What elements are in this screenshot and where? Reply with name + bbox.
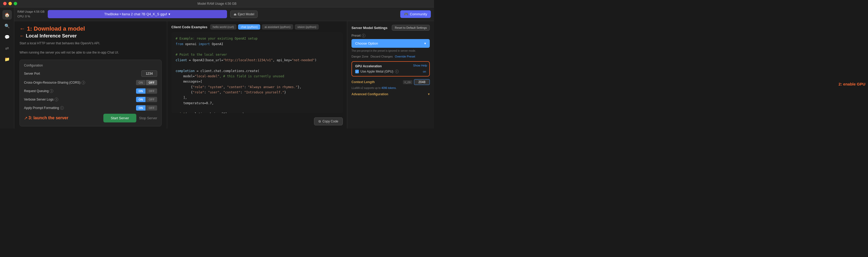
sidebar-icon-chat[interactable]: 💬 (2, 32, 12, 42)
server-port-input[interactable] (141, 70, 157, 77)
model-selector[interactable]: TheBloke • llama 2 chat 7B Q4_K_S gguf ▾ (48, 10, 227, 18)
annotation-launch: 3: launch the server (29, 116, 68, 120)
config-row-cors: Cross-Origin-Resource-Sharing (CORS) ℹ O… (24, 80, 157, 85)
preset-label: Preset (351, 34, 361, 37)
model-name: TheBloke • llama 2 chat 7B Q4_K_S gguf (104, 12, 167, 16)
sidebar-icon-folder[interactable]: 📁 (2, 54, 12, 64)
maximize-button[interactable] (14, 2, 17, 5)
queuing-off-toggle[interactable]: OFF (146, 88, 157, 94)
copy-code-button[interactable]: ⧉ Copy Code (314, 117, 343, 125)
prompt-label: Apply Prompt Formatting ℹ (24, 106, 64, 110)
settings-title: Server Model Settings (351, 26, 388, 30)
tab-hello-world[interactable]: hello world (curl) (210, 24, 237, 30)
cors-on-toggle[interactable]: ON (136, 80, 146, 85)
advanced-config-row[interactable]: Advanced Configuration ▾ (351, 92, 430, 96)
discord-icon: 🎮 (404, 12, 408, 16)
community-label: Community (410, 12, 427, 16)
queuing-label: Request Queuing ℹ (24, 89, 53, 93)
annotation-download: ← 1: Download a model (20, 25, 162, 32)
right-panel: Server Model Settings Reset to Default S… (347, 21, 434, 128)
center-panel: Client Code Examples hello world (curl) … (167, 21, 347, 128)
cors-off-toggle[interactable]: OFF (146, 80, 157, 85)
danger-zone-button[interactable]: Danger Zone (351, 55, 368, 58)
context-note: LLaMA v2 supports up to 4096 tokens. (351, 87, 430, 89)
apple-metal-label: Use Apple Metal (GPU) (361, 70, 393, 73)
cors-label: Cross-Origin-Resource-Sharing (CORS) ℹ (24, 81, 85, 84)
tab-vision[interactable]: vision (python) (295, 24, 319, 30)
config-row-verbose: Verbose Server Logs ℹ ON OFF (24, 97, 157, 102)
advanced-config-label: Advanced Configuration (351, 92, 388, 96)
prompt-info-icon[interactable]: ℹ (60, 106, 64, 110)
close-button[interactable] (3, 2, 7, 5)
minimize-button[interactable] (8, 2, 12, 5)
config-box: Configuration Server Port Cross-Origin-R… (20, 60, 162, 126)
context-length-input[interactable] (414, 79, 430, 85)
queuing-info-icon[interactable]: ℹ (50, 89, 53, 93)
choose-option-button[interactable]: Choose Option ▾ (351, 39, 430, 48)
gpu-info-icon[interactable]: ℹ (395, 70, 399, 73)
stop-server-button[interactable]: Stop Server (139, 116, 157, 120)
verbose-label: Verbose Server Logs ℹ (24, 97, 58, 101)
title-text: Model RAM Usage 4.56 GB (197, 2, 237, 5)
gpu-section: GPU Acceleration Show Help ✓ Use Apple M… (351, 61, 430, 77)
discard-changes-button[interactable]: Discard Changes (370, 55, 393, 58)
prompt-off-toggle[interactable]: OFF (146, 105, 157, 111)
start-server-button[interactable]: Start Server (103, 114, 136, 122)
preset-note: The pre-prompt in the preset is ignored … (351, 49, 430, 52)
eject-label: Eject Model (238, 12, 254, 16)
sidebar: 🏠 🔍 💬 ⇄ 📁 (0, 7, 14, 128)
ram-value: 4.56 GB (34, 10, 44, 13)
tab-ai-assistant[interactable]: ai assistant (python) (262, 24, 293, 30)
chevron-down-icon-adv: ▾ (428, 92, 430, 96)
queuing-on-toggle[interactable]: ON (136, 88, 146, 94)
copy-icon: ⧉ (318, 119, 321, 123)
title-bar: Model RAM Usage 4.56 GB (0, 0, 434, 7)
page-desc2: When running the server you will not be … (20, 50, 162, 55)
preset-info-icon[interactable]: ℹ (362, 34, 366, 37)
sidebar-icon-sync[interactable]: ⇄ (2, 43, 12, 53)
cors-info-icon[interactable]: ℹ (82, 81, 85, 84)
code-examples-title: Client Code Examples (172, 25, 208, 29)
chevron-down-icon: ▾ (168, 12, 170, 16)
ram-label: RAM Usage (18, 10, 33, 13)
choose-option-label: Choose Option (355, 41, 378, 46)
gpu-on-status: on (423, 70, 426, 73)
chevron-down-icon: ▾ (424, 41, 426, 46)
eject-button[interactable]: ⏏ Eject Model (230, 10, 258, 18)
copy-label: Copy Code (322, 119, 338, 123)
context-length-label: Context Length (351, 80, 375, 84)
eject-icon: ⏏ (234, 12, 237, 16)
show-help-button[interactable]: Show Help (413, 64, 427, 67)
tab-chat-python[interactable]: chat (python) (238, 24, 260, 30)
verbose-on-toggle[interactable]: ON (136, 97, 146, 102)
server-port-label: Server Port (24, 72, 40, 76)
sidebar-icon-search[interactable]: 🔍 (2, 21, 12, 31)
override-preset-button[interactable]: Override Preset (395, 55, 415, 58)
header-bar: RAM Usage 4.56 GB CPU: 0 % TheBloke • ll… (14, 7, 434, 21)
page-title: ← Local Inference Server (20, 33, 162, 39)
reset-settings-button[interactable]: Reset to Default Settings (392, 25, 430, 31)
verbose-info-icon[interactable]: ℹ (55, 97, 58, 101)
community-button[interactable]: 🎮 Community (400, 10, 431, 18)
cpu-value: 0 % (25, 15, 30, 18)
apple-metal-checkbox[interactable]: ✓ (355, 70, 359, 73)
code-area: # Example: reuse your existing OpenAI se… (172, 32, 343, 113)
context-section: Context Length n_ctx LLaMA v2 supports u… (351, 79, 430, 89)
sidebar-icon-home[interactable]: 🏠 (2, 10, 12, 20)
page-desc1: Start a local HTTP server that behaves l… (20, 41, 162, 46)
verbose-off-toggle[interactable]: OFF (146, 97, 157, 102)
config-title: Configuration (24, 64, 157, 67)
ram-info: RAM Usage 4.56 GB CPU: 0 % (18, 9, 44, 19)
n-ctx-label: n_ctx (403, 80, 412, 84)
config-row-port: Server Port (24, 70, 157, 77)
prompt-on-toggle[interactable]: ON (136, 105, 146, 111)
cpu-label: CPU: (18, 15, 24, 18)
config-row-queuing: Request Queuing ℹ ON OFF (24, 88, 157, 94)
left-panel: ← 1: Download a model ← Local Inference … (14, 21, 167, 128)
config-row-prompt: Apply Prompt Formatting ℹ ON OFF (24, 105, 157, 111)
context-token-link[interactable]: 4096 tokens. (381, 87, 396, 89)
